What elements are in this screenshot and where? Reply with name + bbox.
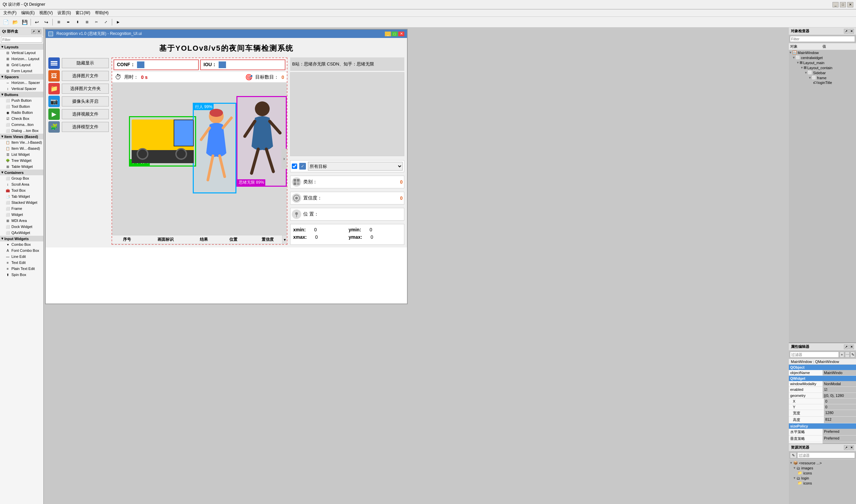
object-inspector-close[interactable]: ✕	[849, 29, 854, 34]
widget-vert-spacer[interactable]: ↕ Vertical Spacer	[0, 86, 43, 92]
minimize-btn[interactable]: _	[833, 2, 839, 7]
new-btn[interactable]: 📄	[1, 18, 10, 26]
prop-val-y[interactable]: 0	[824, 404, 856, 410]
object-inspector-undock[interactable]: ↗	[844, 29, 849, 34]
tree-frame[interactable]: ▾ ⬜ frame	[789, 75, 856, 80]
widget-horizontal-layout[interactable]: ⊞ Horizon... Layout	[0, 56, 43, 62]
tree-sidebar[interactable]: ▾ ⬜ Sidebar	[789, 70, 856, 75]
select-model-btn[interactable]: 选择模型文件	[62, 122, 109, 132]
prop-filter-edit-btn[interactable]: ✎	[850, 352, 855, 358]
select-folder-btn[interactable]: 选择图片文件夹	[62, 84, 109, 94]
prop-filter-opt-btn[interactable]: ⋯	[845, 352, 850, 358]
layout-grid-btn[interactable]: ⊞	[83, 18, 91, 26]
widget-grid-layout[interactable]: ⊞ Grid Layout	[0, 62, 43, 68]
widget-box-undock[interactable]: ↗	[31, 29, 36, 34]
select-video-btn[interactable]: 选择视频文件	[62, 109, 109, 119]
res-item-root[interactable]: ▾ 📦 <resource ...>	[789, 460, 855, 465]
save-btn[interactable]: 💾	[20, 18, 29, 26]
filter-checkbox[interactable]	[292, 163, 297, 169]
widget-search-input[interactable]	[1, 37, 42, 43]
prop-val-objectname[interactable]: MainWindo	[823, 370, 856, 375]
widget-vertical-layout[interactable]: ⊟ Vertical Layout	[0, 50, 43, 56]
prop-val-height[interactable]: 812	[824, 417, 856, 423]
property-editor-undock[interactable]: ↗	[844, 344, 849, 349]
menu-help[interactable]: 帮助(H)	[93, 10, 111, 16]
menu-view[interactable]: 视图(V)	[37, 10, 55, 16]
filter-select[interactable]: 所有目标	[308, 162, 403, 170]
widget-font-combo-box[interactable]: A Font Combo Box	[0, 248, 43, 253]
widget-btn[interactable]: ⊞	[54, 18, 63, 26]
widget-widget[interactable]: ⬜ Widget	[0, 212, 43, 218]
widget-plain-text-edit[interactable]: ≡ Plain Text Edit	[0, 266, 43, 272]
maximize-btn[interactable]: □	[840, 2, 846, 7]
category-itemviews[interactable]: ▾ Item Views (Based)	[0, 133, 43, 139]
prop-filter-add-btn[interactable]: +	[840, 352, 844, 358]
menu-settings[interactable]: 设置(S)	[55, 10, 73, 16]
widget-push-button[interactable]: ⬜ Push Button	[0, 97, 43, 104]
win-minimize-btn[interactable]: _	[385, 32, 391, 36]
layout-v-btn[interactable]: ⬍	[73, 18, 82, 26]
widget-mdi-area[interactable]: ⊞ MDI Area	[0, 218, 43, 223]
category-buttons[interactable]: ▾ Buttons	[0, 92, 43, 97]
tree-layout-contain[interactable]: ▾ ⊞ Layout_contain	[789, 65, 856, 70]
widget-item-widget[interactable]: 📋 Item Wi...-Based)	[0, 145, 43, 151]
widget-tool-button[interactable]: ⬜ Tool Button	[0, 104, 43, 109]
widget-table-widget[interactable]: ⊞ Table Widget	[0, 163, 43, 169]
widget-dock-widget[interactable]: ⬜ Dock Widget	[0, 223, 43, 230]
category-containers[interactable]: ▾ Containers	[0, 169, 43, 175]
widget-qax-widget[interactable]: ⬜ QAxWidget	[0, 230, 43, 236]
close-btn[interactable]: ✕	[847, 2, 853, 7]
win-maximize-btn[interactable]: □	[392, 32, 398, 36]
res-item-login[interactable]: ▾ 🗂 login	[789, 475, 855, 481]
widget-tool-box[interactable]: 🧰 Tool Box	[0, 187, 43, 193]
table-scrollbar[interactable]: ▾	[282, 235, 287, 244]
menu-file[interactable]: 文件(F)	[1, 10, 18, 16]
res-edit-btn[interactable]: ✎	[790, 452, 797, 458]
prop-filter-input[interactable]	[790, 352, 839, 358]
widget-combo-box[interactable]: ▾ Combo Box	[0, 241, 43, 248]
widget-dialog-button[interactable]: ⬜ Dialog ...ton Box	[0, 128, 43, 133]
prop-val-enabled[interactable]: ☑	[823, 387, 856, 393]
widget-spin-box[interactable]: ⬆ Spin Box	[0, 272, 43, 278]
widget-text-edit[interactable]: ≡ Text Edit	[0, 259, 43, 266]
category-spacers[interactable]: ▾ Spacers	[0, 74, 43, 79]
tree-logintitle[interactable]: 🏷 loginTitle	[789, 80, 856, 85]
iou-slider[interactable]	[219, 61, 226, 68]
widget-line-edit[interactable]: — Line Edit	[0, 253, 43, 259]
object-filter-input[interactable]	[790, 36, 855, 42]
break-layout-btn[interactable]: ✂	[92, 18, 101, 26]
res-item-login-icons[interactable]: 📁 icons	[789, 481, 855, 486]
widget-tree-widget[interactable]: 🌳 Tree Widget	[0, 158, 43, 163]
open-btn[interactable]: 📂	[11, 18, 19, 26]
res-item-icons[interactable]: 📁 icons	[789, 470, 855, 475]
prop-val-vpolicy[interactable]: Preferred	[823, 435, 856, 442]
layout-h-btn[interactable]: ⬌	[64, 18, 73, 26]
hide-show-btn[interactable]: 隐藏显示	[62, 58, 109, 68]
widget-check-box[interactable]: ☑ Check Box	[0, 115, 43, 122]
prop-val-x[interactable]: 0	[824, 399, 856, 404]
tree-mainwindow[interactable]: ▾ 🪟 MainWindow	[789, 50, 856, 55]
category-layouts[interactable]: ▾ Layouts	[0, 44, 43, 50]
prop-val-geometry[interactable]: [(0, 0), 1280	[823, 393, 856, 398]
side-expand-arrow[interactable]: ›	[281, 149, 287, 169]
widget-radio-button[interactable]: ◉ Radio Button	[0, 109, 43, 115]
preview-btn[interactable]: ▶	[114, 18, 123, 26]
resource-browser-close[interactable]: ✕	[849, 445, 854, 450]
prop-val-windowmodality[interactable]: NonModal	[823, 381, 856, 386]
undo-btn[interactable]: ↩	[33, 18, 41, 26]
conf-slider[interactable]	[137, 61, 144, 68]
adjust-size-btn[interactable]: ⤢	[102, 18, 110, 26]
res-filter-input[interactable]	[797, 452, 855, 458]
menu-edit[interactable]: 编辑(E)	[19, 10, 37, 16]
widget-command-button[interactable]: ⬜ Comma...tton	[0, 122, 43, 128]
property-editor-close[interactable]: ✕	[849, 344, 854, 349]
resource-browser-undock[interactable]: ↗	[844, 445, 849, 450]
widget-frame[interactable]: ⬜ Frame	[0, 205, 43, 212]
widget-item-view[interactable]: 📋 Item Vie...I-Based)	[0, 139, 43, 145]
select-image-btn[interactable]: 选择图片文件	[62, 71, 109, 81]
menu-window[interactable]: 窗口(W)	[74, 10, 92, 16]
prop-val-hpolicy[interactable]: Preferred	[823, 429, 856, 435]
prop-val-width[interactable]: 1280	[824, 410, 856, 416]
tree-layout-main[interactable]: ▾ ⊞ Layout_main	[789, 60, 856, 65]
widget-stacked-widget[interactable]: ⬜ Stacked Widget	[0, 199, 43, 205]
